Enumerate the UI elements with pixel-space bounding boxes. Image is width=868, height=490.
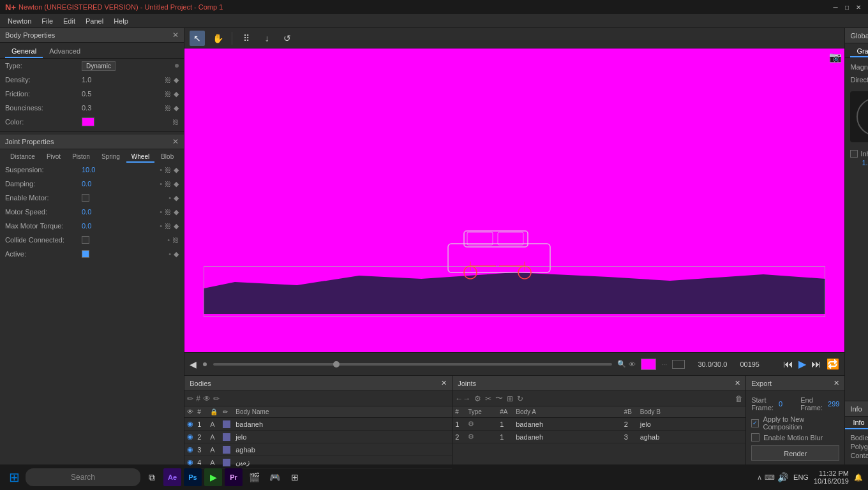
taskbar-icon-ae[interactable]: Ae (163, 468, 181, 486)
prop-motor-speed-value[interactable]: 0.0 (82, 208, 107, 216)
body-row-4[interactable]: ◉ 4 A زمین (184, 456, 452, 469)
gravity-tab[interactable]: Gravity (850, 46, 868, 57)
bodies-tool-1[interactable]: ✏ (187, 394, 193, 403)
export-panel-close[interactable]: ✕ (834, 379, 839, 387)
joint-row-1[interactable]: 1 ⚙ 1 badaneh 2 jelo (453, 418, 745, 431)
zoom-in-icon[interactable]: 🔍 (617, 360, 626, 368)
joint-tab-wheel[interactable]: Wheel (126, 152, 154, 163)
sys-lang[interactable]: ENG (793, 473, 809, 481)
apply-to-new-checkbox[interactable] (751, 419, 759, 427)
bodies-tool-4[interactable]: ✏ (213, 394, 220, 403)
timeline-prev-button[interactable]: ◀ (190, 359, 197, 369)
taskbar-icon-media[interactable]: 🎬 (245, 468, 263, 486)
timeline-play-button[interactable]: ▶ (798, 358, 806, 370)
prop-type-label: Type: (5, 62, 82, 70)
joint-tool-5[interactable]: ⊞ (507, 394, 513, 403)
tab-advanced[interactable]: Advanced (43, 45, 87, 58)
menu-file[interactable]: File (36, 16, 58, 26)
close-button[interactable]: ✕ (854, 3, 863, 11)
prop-friction-value[interactable]: 0.5 (82, 90, 107, 98)
prop-damping-value[interactable]: 0.0 (82, 180, 107, 188)
joint-tab-distance[interactable]: Distance (5, 152, 40, 163)
taskbar-icon-game[interactable]: 🎮 (266, 468, 283, 486)
taskbar-icon-windows[interactable]: ⊞ (286, 468, 304, 486)
gravity-dial[interactable] (850, 91, 868, 142)
timeline-slider[interactable] (213, 363, 612, 366)
sys-tray-volume[interactable]: 🔊 (777, 472, 788, 482)
render-button[interactable]: Render (751, 445, 839, 461)
timeline-first-button[interactable]: ⏮ (783, 359, 793, 370)
grid-tool-button[interactable]: ⠿ (239, 31, 254, 46)
prop-density-value[interactable]: 1.0 (82, 76, 107, 84)
joint-tool-4[interactable]: 〜 (495, 393, 503, 404)
taskbar-icon-ps[interactable]: Ps (184, 468, 202, 486)
body-row-1[interactable]: ◉ 1 A badaneh (184, 418, 452, 431)
joint-tool-6[interactable]: ↻ (517, 394, 523, 403)
joint-properties-close[interactable]: ✕ (172, 137, 179, 146)
menu-edit[interactable]: Edit (58, 16, 80, 26)
inherit-checkbox[interactable] (850, 150, 858, 158)
maximize-button[interactable]: □ (842, 3, 851, 11)
timeline-step-button[interactable]: ⏭ (811, 359, 821, 370)
joint-tab-pivot[interactable]: Pivot (41, 152, 66, 163)
torque-link: ⛓ (165, 223, 171, 230)
bodies-tool-2[interactable]: # (196, 394, 200, 403)
bodies-tool-3[interactable]: 👁 (203, 394, 211, 403)
timeline-loop-button[interactable]: 🔁 (827, 358, 839, 370)
prop-max-motor-torque-value[interactable]: 0.0 (82, 222, 107, 230)
body-row-2[interactable]: ◉ 2 A jelo (184, 431, 452, 443)
prop-bounciness-value[interactable]: 0.3 (82, 104, 107, 112)
body-properties-close[interactable]: ✕ (172, 31, 179, 40)
joint-tab-blob[interactable]: Blob (156, 152, 179, 163)
density-link-icon: ⛓ (165, 77, 171, 84)
active-checkbox[interactable] (82, 250, 89, 258)
enable-motion-blur-checkbox[interactable] (751, 433, 760, 442)
sys-tray-keyboard[interactable]: ⌨ (765, 473, 775, 482)
down-tool-button[interactable]: ↓ (259, 31, 274, 46)
menu-help[interactable]: Help (108, 16, 133, 26)
viewport[interactable]: 📷 (184, 48, 844, 352)
joint-delete[interactable]: 🗑 (735, 394, 743, 403)
start-frame-value[interactable]: 0 (779, 400, 782, 408)
start-button[interactable]: ⊞ (5, 468, 23, 486)
body2-name: jelo (233, 433, 452, 441)
joints-panel-title: Joints (458, 380, 476, 387)
eye-icon[interactable]: 👁 (629, 360, 636, 368)
rotate-tool-button[interactable]: ↺ (280, 31, 295, 46)
notification-icon[interactable]: 🔔 (854, 473, 863, 482)
select-tool-button[interactable]: ↖ (190, 31, 205, 46)
enable-motor-checkbox[interactable] (82, 194, 89, 202)
timeline-color-box[interactable] (641, 359, 656, 370)
bodies-panel-close[interactable]: ✕ (441, 379, 447, 387)
prop-type-value[interactable]: Dynamic (82, 61, 116, 71)
joints-col-header: # Type #A Body A #B Body B (453, 406, 745, 418)
joint-tab-spring[interactable]: Spring (96, 152, 125, 163)
hand-tool-button[interactable]: ✋ (210, 31, 225, 46)
prop-color-swatch[interactable] (82, 117, 94, 126)
joint-tool-3[interactable]: ✂ (485, 394, 491, 403)
camera-button[interactable]: 📷 (829, 51, 842, 63)
joint-tab-piston[interactable]: Piston (67, 152, 95, 163)
taskbar-task-view[interactable]: ⧉ (143, 468, 161, 486)
end-frame-value[interactable]: 299 (828, 400, 839, 408)
info-tab[interactable]: Info (845, 417, 868, 429)
damping-link: ⛓ (165, 181, 171, 188)
joints-panel-close[interactable]: ✕ (735, 379, 740, 387)
tab-general[interactable]: General (5, 45, 43, 58)
joint-tool-1[interactable]: ←→ (455, 394, 470, 403)
prop-suspension-value[interactable]: 10.0 (82, 166, 107, 174)
minimize-button[interactable]: ─ (831, 3, 840, 11)
menu-newton[interactable]: Newton (3, 16, 36, 26)
taskbar-icon-green[interactable]: ▶ (204, 468, 222, 486)
collide-connected-checkbox[interactable] (82, 236, 89, 244)
joint-tool-2[interactable]: ⚙ (474, 394, 481, 403)
sys-tray-arrow[interactable]: ∧ (757, 473, 762, 482)
joint-row-2[interactable]: 2 ⚙ 1 badaneh 3 aghab (453, 431, 745, 443)
menu-panel[interactable]: Panel (80, 16, 108, 26)
body-row-3[interactable]: ◉ 3 A aghab (184, 443, 452, 456)
taskbar-icon-pr[interactable]: Pr (225, 468, 243, 486)
bottom-panels: Bodies ✕ ✏ # 👁 ✏ 👁 # 🔒 ✏ Body Name (184, 375, 844, 464)
body4-name: زمین (233, 458, 452, 466)
timeline-thumb[interactable] (333, 361, 340, 368)
taskbar-search[interactable]: Search (26, 468, 140, 486)
